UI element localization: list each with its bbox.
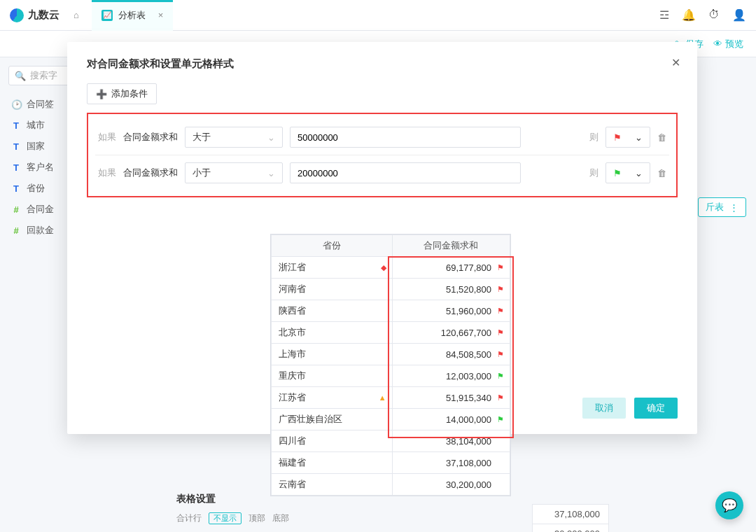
if-label: 如果 <box>98 167 116 179</box>
field-type-icon: T <box>11 183 21 194</box>
chevron-down-icon: ⌄ <box>267 168 275 178</box>
table-row: 福建省 37,108,000 <box>272 452 510 474</box>
amount-cell: 51,915,340⚑ <box>392 387 510 409</box>
amount-cell: 14,000,000⚑ <box>392 409 510 430</box>
opt-none[interactable]: 不显示 <box>209 512 241 524</box>
list-icon[interactable]: ☲ <box>659 8 669 22</box>
amount-cell: 51,520,800⚑ <box>392 279 510 300</box>
col-amount: 合同金额求和 <box>392 235 510 257</box>
amount-cell: 51,960,000⚑ <box>392 300 510 322</box>
province-cell: 河南省 <box>272 279 393 300</box>
field-type-icon: T <box>11 120 21 131</box>
field-type-icon: 🕑 <box>11 99 21 110</box>
province-cell: 陕西省 <box>272 300 393 322</box>
value-input[interactable] <box>290 127 521 148</box>
help-fab[interactable]: 💬 <box>715 491 743 519</box>
close-tab-icon[interactable]: × <box>158 10 164 20</box>
plus-icon: ➕ <box>96 89 107 99</box>
field-label: 客户名 <box>27 161 54 174</box>
province-cell: 云南省 <box>272 474 393 496</box>
more-icon[interactable]: ⋮ <box>729 202 738 213</box>
bg-cell: 30,200,000 <box>532 524 609 532</box>
logo-icon <box>10 8 24 22</box>
amount-cell: 120,667,700⚑ <box>392 322 510 344</box>
flag-icon: ⚑ <box>497 328 504 337</box>
condition-row: 如果 合同金额求和 大于⌄ 则 ⚑⌄ 🗑 <box>95 120 669 155</box>
home-icon[interactable]: ⌂ <box>74 10 79 20</box>
chevron-down-icon: ⌄ <box>267 132 275 143</box>
then-label: 则 <box>589 131 598 144</box>
amount-cell: 69,177,800⚑ <box>392 257 510 279</box>
province-cell: 北京市 <box>272 322 393 344</box>
amount-cell: 12,003,000⚑ <box>392 365 510 387</box>
bg-cell: 37,108,000 <box>532 504 609 524</box>
table-row: 上海市 84,508,500⚑ <box>272 344 510 365</box>
table-row: 浙江省◆ 69,177,800⚑ <box>272 257 510 279</box>
preview-button[interactable]: 👁 预览 <box>713 38 743 50</box>
table-row: 四川省 38,104,000 <box>272 430 510 452</box>
top-right-icons: ☲ 🔔 ⏱ 👤 <box>659 8 746 22</box>
triangle-icon: ▲ <box>379 393 386 402</box>
diamond-icon: ◆ <box>381 263 386 272</box>
field-label: 省份 <box>27 182 45 195</box>
flag-select[interactable]: ⚑⌄ <box>606 162 650 183</box>
logo: 九数云 <box>10 8 59 22</box>
table-row: 河南省 51,520,800⚑ <box>272 279 510 300</box>
timer-icon[interactable]: ⏱ <box>708 8 720 22</box>
field-label: 国家 <box>27 140 45 153</box>
user-icon[interactable]: 👤 <box>732 8 746 22</box>
amount-cell: 30,200,000 <box>392 474 510 496</box>
search-placeholder: 搜索字 <box>30 69 57 82</box>
table-row: 云南省 30,200,000 <box>272 474 510 496</box>
bg-right-table: 37,108,000 30,200,000 <box>532 504 609 532</box>
field-type-icon: T <box>11 141 21 152</box>
flag-select[interactable]: ⚑⌄ <box>606 127 650 148</box>
flag-icon: ⚑ <box>613 168 622 178</box>
flag-icon: ⚑ <box>497 393 504 402</box>
tab-label: 分析表 <box>118 9 146 22</box>
delete-icon[interactable]: 🗑 <box>657 132 666 143</box>
conditions-box: 如果 合同金额求和 大于⌄ 则 ⚑⌄ 🗑 如果 合同金额求和 小于⌄ 则 ⚑⌄ … <box>87 113 678 197</box>
col-province: 省份 <box>272 235 393 257</box>
field-label: 合同签 <box>27 98 54 111</box>
province-cell: 四川省 <box>272 430 393 452</box>
if-label: 如果 <box>98 131 116 144</box>
cancel-button[interactable]: 取消 <box>582 398 626 419</box>
chevron-down-icon: ⌄ <box>635 132 643 143</box>
condition-field: 合同金额求和 <box>123 167 178 179</box>
province-cell: 重庆市 <box>272 365 393 387</box>
add-condition-button[interactable]: ➕ 添加条件 <box>87 83 157 104</box>
operator-select[interactable]: 大于⌄ <box>185 127 283 148</box>
flag-icon: ⚑ <box>497 415 504 424</box>
brand-text: 九数云 <box>28 8 59 22</box>
province-cell: 广西壮族自治区 <box>272 409 393 430</box>
province-cell: 江苏省▲ <box>272 387 393 409</box>
opt-bottom[interactable]: 底部 <box>272 512 289 524</box>
flag-icon: ⚑ <box>497 285 504 294</box>
flag-icon: ⚑ <box>497 263 504 272</box>
flag-icon: ⚑ <box>613 132 622 143</box>
topbar: 九数云 ⌂ 📈 分析表 × ☲ 🔔 ⏱ 👤 <box>0 0 756 31</box>
bell-icon[interactable]: 🔔 <box>682 8 696 22</box>
condition-row: 如果 合同金额求和 小于⌄ 则 ⚑⌄ 🗑 <box>95 155 669 190</box>
table-row: 广西壮族自治区 14,000,000⚑ <box>272 409 510 430</box>
opt-top[interactable]: 顶部 <box>248 512 265 524</box>
field-type-icon: T <box>11 162 21 173</box>
operator-select[interactable]: 小于⌄ <box>185 162 283 183</box>
preview-table: 省份 合同金额求和 浙江省◆ 69,177,800⚑河南省 51,520,800… <box>270 234 511 496</box>
province-cell: 浙江省◆ <box>272 257 393 279</box>
value-input[interactable] <box>290 162 521 183</box>
search-icon: 🔍 <box>15 71 26 81</box>
amount-cell: 38,104,000 <box>392 430 510 452</box>
close-modal-icon[interactable]: ✕ <box>671 56 680 69</box>
analysis-table-chip[interactable]: 斤表 ⋮ <box>698 197 746 217</box>
field-type-icon: # <box>11 225 21 236</box>
chat-icon: 💬 <box>722 498 737 513</box>
table-row: 江苏省▲ 51,915,340⚑ <box>272 387 510 409</box>
delete-icon[interactable]: 🗑 <box>657 168 666 178</box>
confirm-button[interactable]: 确定 <box>634 398 678 419</box>
table-row: 重庆市 12,003,000⚑ <box>272 365 510 387</box>
tab-analysis[interactable]: 📈 分析表 × <box>92 0 174 31</box>
flag-icon: ⚑ <box>497 372 504 381</box>
province-cell: 上海市 <box>272 344 393 365</box>
